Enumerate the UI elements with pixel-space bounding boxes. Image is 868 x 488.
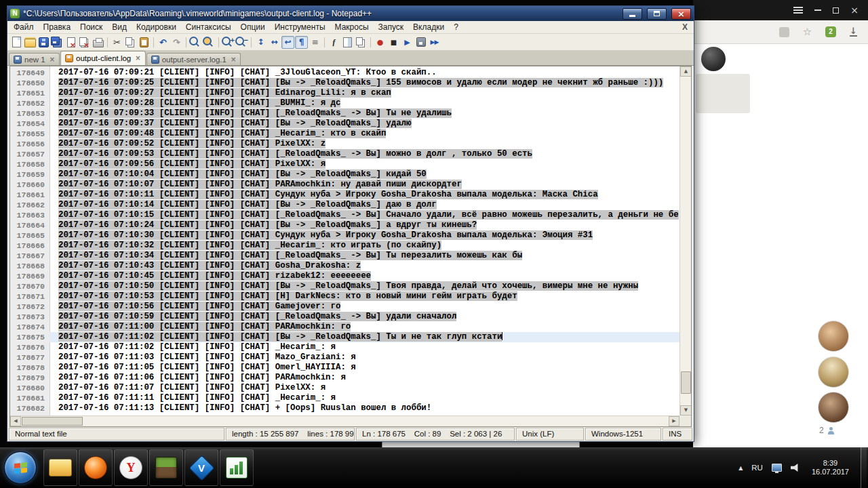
browser-minimize-icon[interactable] xyxy=(814,9,821,11)
sync-v-icon[interactable]: ↕ xyxy=(254,36,267,49)
save-macro-icon[interactable] xyxy=(414,36,427,49)
horizontal-scrollbar[interactable]: ◀ ▶ xyxy=(10,415,679,426)
log-line[interactable]: 178671 2017-07-16 07:10:53 [CLIENT] [INF… xyxy=(10,291,679,302)
browser-menu-icon[interactable] xyxy=(793,7,803,14)
explorer-icon[interactable] xyxy=(43,449,77,486)
log-line[interactable]: 178662 2017-07-16 07:10:14 [CLIENT] [INF… xyxy=(10,200,679,210)
minimize-button[interactable] xyxy=(623,8,642,20)
log-line[interactable]: 178661 2017-07-16 07:10:11 [CLIENT] [INF… xyxy=(10,190,679,200)
tab-close-icon[interactable]: × xyxy=(135,55,140,62)
menu-item[interactable]: Правка xyxy=(39,21,76,33)
function-list-icon[interactable]: ƒ xyxy=(328,36,340,49)
language-indicator[interactable]: RU xyxy=(751,464,763,472)
maximize-button[interactable] xyxy=(647,8,667,20)
log-line[interactable]: 178665 2017-07-16 07:10:30 [CLIENT] [INF… xyxy=(10,230,679,241)
log-line[interactable]: 178655 2017-07-16 07:09:48 [CLIENT] [INF… xyxy=(10,129,679,139)
log-line[interactable]: 178653 2017-07-16 07:09:33 [CLIENT] [INF… xyxy=(10,108,679,119)
yandex-browser-icon[interactable]: Y xyxy=(114,449,148,486)
start-button[interactable] xyxy=(4,451,37,484)
sep[interactable] xyxy=(368,36,373,49)
menu-item[interactable]: Синтаксисы xyxy=(181,21,236,33)
find-icon[interactable] xyxy=(189,36,202,49)
menu-item[interactable]: Вид xyxy=(107,21,132,33)
zoom-out-icon[interactable]: − xyxy=(235,36,248,49)
hidden-icons-arrow[interactable]: ▲ xyxy=(738,465,743,471)
log-line[interactable]: 178673 2017-07-16 07:10:59 [CLIENT] [INF… xyxy=(10,312,679,322)
browser-close-icon[interactable]: × xyxy=(850,5,859,15)
log-line[interactable]: 178657 2017-07-16 07:09:53 [CLIENT] [INF… xyxy=(10,149,679,159)
log-line[interactable]: 178663 2017-07-16 07:10:15 [CLIENT] [INF… xyxy=(10,210,679,220)
horizontal-scrollbar-thumb[interactable] xyxy=(22,417,83,426)
log-line[interactable]: 178651 2017-07-16 07:09:27 [CLIENT] [INF… xyxy=(10,88,679,98)
vertical-scrollbar-thumb[interactable] xyxy=(681,371,691,394)
menu-item[interactable]: Инструменты xyxy=(270,21,330,33)
tab-close-icon[interactable]: × xyxy=(50,56,55,63)
word-wrap-icon[interactable]: ↩ xyxy=(281,36,294,49)
log-line[interactable]: 178656 2017-07-16 07:09:52 [CLIENT] [INF… xyxy=(10,139,679,149)
zoom-in-icon[interactable]: + xyxy=(222,36,235,49)
vertical-scrollbar[interactable]: ▲ ▼ xyxy=(679,66,691,415)
menu-item[interactable]: Макросы xyxy=(330,21,374,33)
editor[interactable]: 178649 2017-07-16 07:09:21 [CLIENT] [INF… xyxy=(10,66,691,415)
log-line[interactable]: 178676 2017-07-16 07:11:02 [CLIENT] [INF… xyxy=(10,342,679,352)
log-line[interactable]: 178664 2017-07-16 07:10:24 [CLIENT] [INF… xyxy=(10,220,679,230)
log-line[interactable]: 178677 2017-07-16 07:11:03 [CLIENT] [INF… xyxy=(10,352,679,363)
close-all-icon[interactable] xyxy=(78,36,91,49)
browser-maximize-icon[interactable] xyxy=(833,7,839,14)
game-block-icon[interactable] xyxy=(149,449,183,486)
close-document-button[interactable]: X xyxy=(676,22,694,32)
log-line[interactable]: 178682 2017-07-16 07:11:13 [CLIENT] [INF… xyxy=(10,403,679,413)
close-button[interactable]: × xyxy=(671,8,691,20)
sep[interactable] xyxy=(322,36,327,49)
show-desktop-button[interactable] xyxy=(861,447,867,488)
scroll-up-icon[interactable]: ▲ xyxy=(680,66,691,77)
run-macro-icon[interactable]: ▶▶ xyxy=(428,36,441,49)
sep[interactable] xyxy=(249,36,254,49)
bookmark-star-icon[interactable]: ☆ xyxy=(803,26,812,38)
undo-icon[interactable]: ↶ xyxy=(157,36,170,49)
log-line[interactable]: 178678 2017-07-16 07:11:05 [CLIENT] [INF… xyxy=(10,363,679,373)
log-line[interactable]: 178669 2017-07-16 07:10:45 [CLIENT] [INF… xyxy=(10,271,679,281)
tab-close-icon[interactable]: × xyxy=(231,56,236,63)
log-line[interactable]: 178650 2017-07-16 07:09:25 [CLIENT] [INF… xyxy=(10,78,679,88)
volume-tray-icon[interactable] xyxy=(791,464,800,472)
log-line[interactable]: 178654 2017-07-16 07:09:37 [CLIENT] [INF… xyxy=(10,119,679,129)
save-all-icon[interactable] xyxy=(51,36,64,49)
friend-avatar[interactable] xyxy=(818,321,849,352)
close-doc-icon[interactable] xyxy=(64,36,77,49)
log-line[interactable]: 178660 2017-07-16 07:10:07 [CLIENT] [INF… xyxy=(10,180,679,190)
clock[interactable]: 8:39 16.07.2017 xyxy=(809,459,852,476)
new-file-icon[interactable] xyxy=(10,36,23,49)
doc-map-icon[interactable] xyxy=(341,36,354,49)
log-line[interactable]: 178668 2017-07-16 07:10:43 [CLIENT] [INF… xyxy=(10,261,679,271)
adblock-badge-icon[interactable]: 2 xyxy=(825,26,836,37)
print-icon[interactable] xyxy=(92,36,104,49)
open-file-icon[interactable] xyxy=(24,36,37,49)
indent-guide-icon[interactable]: ≡ xyxy=(309,36,321,49)
stop-macro-icon[interactable]: ■ xyxy=(387,36,400,49)
sep[interactable] xyxy=(184,36,189,49)
menu-item[interactable]: Опции xyxy=(236,21,270,33)
browser-titlebar[interactable]: × xyxy=(693,0,868,20)
sep[interactable] xyxy=(105,36,110,49)
replace-icon[interactable] xyxy=(203,36,216,49)
menu-item[interactable]: Поиск xyxy=(75,21,107,33)
menu-item[interactable]: ? xyxy=(449,21,463,33)
doc-switcher-icon[interactable] xyxy=(355,36,368,49)
log-line[interactable]: 178666 2017-07-16 07:10:32 [CLIENT] [INF… xyxy=(10,241,679,251)
log-line[interactable]: 178680 2017-07-16 07:11:07 [CLIENT] [INF… xyxy=(10,383,679,393)
log-line[interactable]: 178667 2017-07-16 07:10:34 [CLIENT] [INF… xyxy=(10,251,679,261)
menu-item[interactable]: Запуск xyxy=(374,21,409,33)
display-tray-icon[interactable] xyxy=(772,464,782,472)
profile-avatar[interactable] xyxy=(701,47,726,71)
copy-icon[interactable] xyxy=(124,36,137,49)
save-icon[interactable] xyxy=(37,36,50,49)
log-line[interactable]: 178672 2017-07-16 07:10:56 [CLIENT] [INF… xyxy=(10,302,679,312)
log-line[interactable]: 178679 2017-07-16 07:11:06 [CLIENT] [INF… xyxy=(10,373,679,383)
friend-avatar[interactable] xyxy=(818,392,849,423)
cut-icon[interactable]: ✂ xyxy=(111,36,123,49)
play-macro-icon[interactable]: ▶ xyxy=(401,36,414,49)
stats-icon[interactable] xyxy=(220,449,254,486)
log-line[interactable]: 178670 2017-07-16 07:10:50 [CLIENT] [INF… xyxy=(10,281,679,291)
scroll-right-icon[interactable]: ▶ xyxy=(669,416,679,426)
